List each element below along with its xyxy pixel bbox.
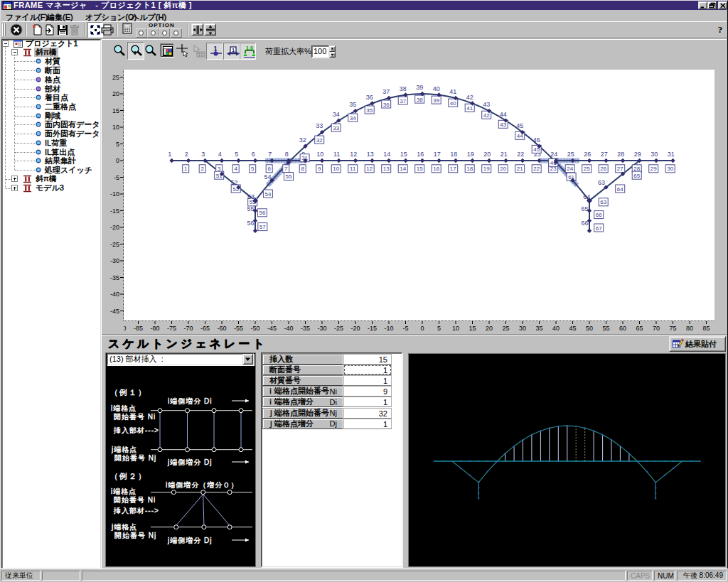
svg-text:15: 15 — [400, 151, 407, 158]
svg-text:-10: -10 — [384, 325, 393, 332]
svg-text:27: 27 — [617, 166, 623, 172]
svg-text:8: 8 — [301, 166, 304, 172]
svg-text:18: 18 — [450, 151, 457, 158]
svg-text:1: 1 — [231, 47, 234, 53]
svg-text:43: 43 — [483, 101, 490, 108]
svg-text:54: 54 — [264, 173, 271, 180]
svg-text:8: 8 — [285, 151, 289, 158]
svg-text:35: 35 — [349, 101, 356, 108]
svg-text:40: 40 — [450, 100, 456, 107]
svg-text:41: 41 — [449, 88, 456, 95]
svg-text:30: 30 — [519, 325, 526, 332]
svg-text:12: 12 — [350, 151, 357, 158]
svg-text:25: 25 — [502, 325, 509, 332]
svg-text:40: 40 — [433, 85, 440, 92]
svg-text:-15: -15 — [110, 208, 119, 215]
svg-text:63: 63 — [600, 199, 606, 205]
svg-text:39: 39 — [416, 84, 423, 91]
svg-text:0: 0 — [420, 325, 424, 332]
svg-text:5: 5 — [116, 141, 119, 148]
svg-text:64: 64 — [617, 186, 623, 193]
svg-text:6: 6 — [267, 166, 271, 172]
svg-text:52: 52 — [230, 179, 237, 186]
svg-text:2: 2 — [200, 166, 204, 172]
svg-text:55: 55 — [286, 173, 292, 180]
svg-text:11: 11 — [333, 151, 340, 158]
svg-text:10: 10 — [316, 151, 323, 158]
svg-text:5: 5 — [437, 325, 441, 332]
svg-text:35: 35 — [535, 325, 542, 332]
svg-text:開始番号 Nj: 開始番号 Nj — [114, 454, 156, 462]
svg-text:1: 1 — [168, 151, 171, 158]
svg-text:55: 55 — [247, 205, 254, 212]
svg-text:24: 24 — [550, 151, 557, 158]
svg-text:33: 33 — [333, 125, 339, 131]
svg-text:11: 11 — [350, 166, 356, 172]
svg-text:17: 17 — [434, 151, 441, 158]
svg-text:9: 9 — [318, 166, 321, 172]
svg-text:i端側増分 Di: i端側増分 Di — [168, 397, 212, 405]
svg-text:17: 17 — [450, 166, 456, 172]
svg-text:10: 10 — [112, 124, 119, 131]
svg-text:26: 26 — [600, 166, 606, 172]
svg-text:i端格点: i端格点 — [111, 404, 136, 412]
svg-text:挿入部材--->: 挿入部材---> — [113, 426, 159, 434]
svg-text:24: 24 — [567, 166, 573, 172]
svg-text:j端格点: j端格点 — [111, 446, 137, 453]
svg-text:j端格点: j端格点 — [111, 523, 137, 531]
svg-text:65: 65 — [633, 173, 640, 179]
svg-text:7: 7 — [284, 166, 288, 172]
svg-text:-15: -15 — [368, 325, 377, 332]
svg-text:54: 54 — [264, 191, 271, 198]
svg-text:70: 70 — [653, 325, 660, 332]
svg-text:16: 16 — [433, 166, 439, 172]
svg-text:57: 57 — [259, 224, 266, 230]
svg-text:（例２）: （例２） — [110, 472, 147, 480]
svg-text:63: 63 — [598, 179, 605, 186]
svg-text:37: 37 — [400, 98, 406, 104]
svg-text:-80: -80 — [150, 325, 159, 332]
svg-text:66: 66 — [596, 212, 602, 218]
svg-text:0: 0 — [116, 157, 119, 164]
svg-text:46: 46 — [533, 136, 540, 144]
svg-text:75: 75 — [669, 325, 676, 332]
svg-text:29: 29 — [634, 151, 641, 158]
svg-text:45: 45 — [569, 325, 576, 332]
svg-text:28: 28 — [617, 151, 624, 158]
svg-text:10: 10 — [452, 325, 459, 332]
svg-text:38: 38 — [417, 97, 423, 103]
svg-text:35: 35 — [366, 107, 373, 114]
svg-text:55: 55 — [602, 325, 609, 332]
svg-text:32: 32 — [299, 136, 306, 144]
svg-text:開始番号 Ni: 開始番号 Ni — [114, 496, 156, 504]
svg-text:（例１）: （例１） — [110, 388, 147, 397]
svg-text:50: 50 — [586, 325, 593, 332]
svg-text:i端側増分（増分０）: i端側増分（増分０） — [166, 481, 238, 489]
svg-text:37: 37 — [382, 88, 390, 95]
svg-text:j端側増分 Dj: j端側増分 Dj — [167, 537, 212, 544]
svg-text:40: 40 — [552, 325, 560, 332]
svg-text:38: 38 — [400, 85, 407, 92]
svg-text:41: 41 — [466, 105, 473, 112]
svg-text:2: 2 — [185, 151, 188, 158]
svg-text:-35: -35 — [301, 325, 310, 332]
svg-text:19: 19 — [483, 166, 490, 172]
svg-text:25: 25 — [584, 166, 590, 172]
svg-text:56: 56 — [247, 220, 254, 227]
svg-text:3: 3 — [201, 151, 205, 158]
svg-text:開始番号 Nj: 開始番号 Nj — [114, 532, 156, 539]
svg-text:1: 1 — [184, 166, 188, 172]
svg-text:27: 27 — [601, 151, 608, 158]
svg-text:22: 22 — [517, 151, 524, 158]
svg-text:36: 36 — [383, 102, 390, 108]
svg-text:25: 25 — [567, 151, 574, 158]
svg-text:80: 80 — [686, 325, 693, 332]
svg-text:30: 30 — [667, 166, 673, 172]
svg-text:-20: -20 — [350, 325, 360, 332]
svg-text:39: 39 — [433, 97, 439, 104]
svg-text:i端格点: i端格点 — [111, 487, 136, 495]
svg-text:-20: -20 — [110, 224, 119, 231]
svg-text:-50: -50 — [250, 325, 259, 332]
svg-text:33: 33 — [316, 122, 323, 129]
svg-text:20: 20 — [486, 325, 493, 332]
